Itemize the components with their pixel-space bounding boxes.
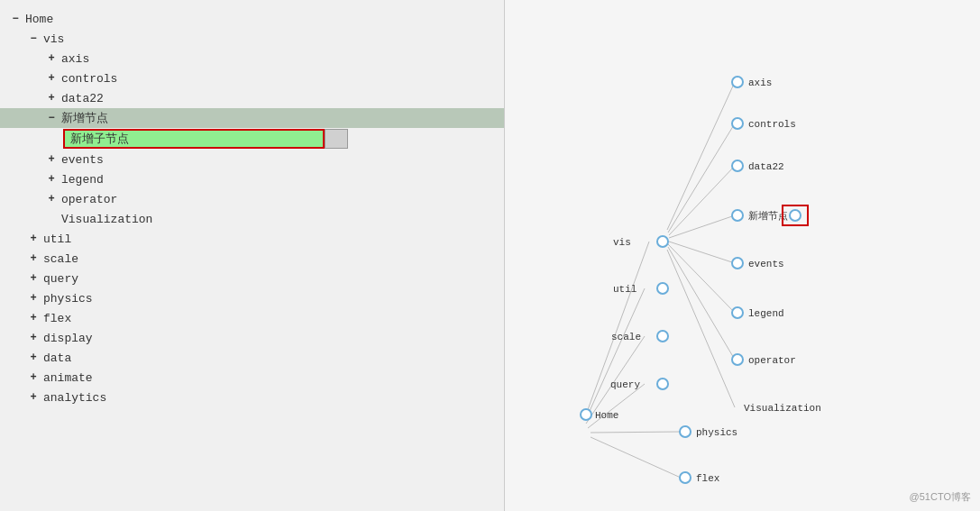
node-data22[interactable] [732,160,743,171]
node-xinzeng[interactable] [732,210,743,221]
label-xinzeng: 新增节点 [58,110,108,126]
toggle-analytics[interactable]: + [27,391,40,404]
toggle-flex[interactable]: + [27,312,40,324]
tree-node-legend[interactable]: + legend [0,169,504,189]
label-node-axis: axis [748,78,772,88]
label-node-visualization: Visualization [744,403,821,414]
tree-node-axis[interactable]: + axis [0,49,504,68]
tree-node-physics[interactable]: + physics [0,288,504,308]
label-util: util [40,233,71,246]
edge-vis-axis [667,82,735,230]
edge-vis-visualization [667,250,735,407]
label-flex: flex [40,312,71,325]
node-xinzeng-new[interactable] [790,210,801,221]
toggle-operator[interactable]: + [45,193,58,205]
edge-vis-events [669,242,735,263]
tree-panel: − Home − vis + axis + controls + data22 … [0,0,505,511]
toggle-legend[interactable]: + [45,173,58,186]
tree-node-display[interactable]: + display [0,328,504,348]
label-operator: operator [58,193,117,206]
tree-node-home[interactable]: − Home [0,9,504,29]
tree-node-util[interactable]: + util [0,229,504,249]
watermark: @51CTO博客 [910,490,971,504]
node-operator[interactable] [732,354,743,365]
toggle-vis[interactable]: − [27,32,40,45]
edge-vis-operator [668,247,735,360]
node-legend[interactable] [732,307,743,318]
toggle-scale[interactable]: + [27,252,40,265]
label-physics: physics [40,292,93,306]
node-scale[interactable] [657,331,668,342]
label-visualization: Visualization [58,213,152,226]
graph-svg: Home vis axis controls data22 新增节点 event… [505,0,980,511]
tree-node-data[interactable]: + data [0,348,504,368]
node-controls[interactable] [732,118,743,129]
label-node-flex: flex [696,473,720,484]
input-confirm-button[interactable] [325,129,348,149]
tree-node-animate[interactable]: + animate [0,368,504,388]
edge-vis-xinzeng [669,215,735,238]
edge-home-flex [591,437,681,478]
edge-home-util [586,288,645,419]
label-node-physics: physics [696,427,737,438]
toggle-animate[interactable]: + [27,371,40,384]
toggle-events[interactable]: + [45,153,58,166]
label-axis: axis [58,52,89,66]
toggle-xinzeng[interactable]: − [45,112,58,124]
toggle-data22[interactable]: + [45,92,58,105]
label-vis: vis [40,32,64,46]
label-data: data [40,351,71,365]
edge-vis-data22 [669,166,735,235]
toggle-query[interactable]: + [27,272,40,285]
new-child-input-row: 新增子节点 [0,128,504,150]
label-node-query: query [610,379,640,390]
label-node-scale: scale [611,332,641,342]
label-events: events [58,153,104,167]
label-node-home: Home [595,410,618,421]
node-axis[interactable] [732,77,743,87]
edge-home-query [588,384,645,428]
label-legend: legend [58,173,104,187]
tree-node-operator[interactable]: + operator [0,189,504,209]
label-node-controls: controls [748,119,796,130]
toggle-controls[interactable]: + [45,72,58,85]
node-util[interactable] [657,283,668,294]
graph-panel: Home vis axis controls data22 新增节点 event… [505,0,980,511]
node-vis[interactable] [657,236,668,247]
node-query[interactable] [657,379,668,389]
tree-node-flex[interactable]: + flex [0,308,504,328]
toggle-data[interactable]: + [27,351,40,364]
new-child-input[interactable]: 新增子节点 [63,129,325,149]
tree-node-events[interactable]: + events [0,150,504,169]
edge-vis-controls [668,123,735,233]
label-analytics: analytics [40,391,106,405]
toggle-physics[interactable]: + [27,292,40,305]
tree-node-data22[interactable]: + data22 [0,88,504,108]
tree-node-visualization[interactable]: + Visualization [0,209,504,229]
label-node-data22: data22 [748,161,784,172]
node-events[interactable] [732,258,743,269]
label-home: Home [22,13,53,26]
node-physics[interactable] [680,426,691,437]
label-node-legend: legend [748,308,784,319]
label-animate: animate [40,371,93,385]
label-node-operator: operator [748,355,796,366]
toggle-home[interactable]: − [9,13,22,25]
tree-node-analytics[interactable]: + analytics [0,388,504,407]
toggle-axis[interactable]: + [45,52,58,65]
tree-node-scale[interactable]: + scale [0,249,504,269]
toggle-display[interactable]: + [27,332,40,344]
label-node-vis: vis [613,237,631,248]
label-display: display [40,332,93,345]
node-flex[interactable] [680,472,691,483]
toggle-util[interactable]: + [27,233,40,245]
tree-node-vis[interactable]: − vis [0,29,504,49]
tree-node-query[interactable]: + query [0,269,504,288]
tree-node-xinzeng[interactable]: − 新增节点 [0,108,504,128]
tree-node-controls[interactable]: + controls [0,68,504,88]
new-child-input-text: 新增子节点 [70,131,129,147]
label-node-events: events [748,259,784,269]
node-home[interactable] [581,409,591,420]
edge-home-physics [591,432,681,433]
label-scale: scale [40,252,78,266]
